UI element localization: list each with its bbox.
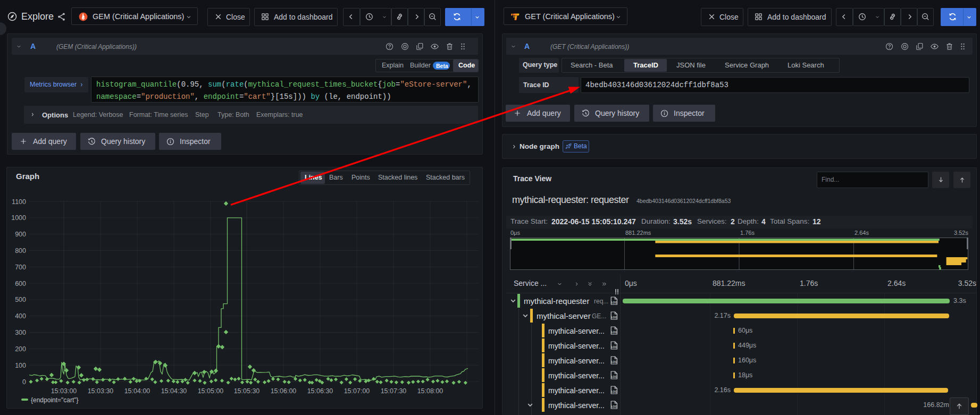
svg-text:400: 400: [15, 312, 26, 320]
svg-text:15:07:00: 15:07:00: [344, 387, 370, 395]
svg-text:800: 800: [15, 247, 26, 255]
svg-text:15:03:00: 15:03:00: [51, 387, 77, 395]
svg-text:15:06:00: 15:06:00: [271, 387, 297, 395]
svg-text:100: 100: [15, 362, 26, 369]
svg-text:LOG: LOG: [612, 360, 617, 363]
svg-text:15:06:30: 15:06:30: [307, 387, 333, 395]
svg-text:900: 900: [15, 231, 26, 238]
svg-text:15:04:00: 15:04:00: [124, 387, 150, 395]
svg-text:LOG: LOG: [612, 405, 617, 408]
svg-text:LOG: LOG: [612, 390, 617, 393]
svg-text:LOG: LOG: [612, 375, 617, 378]
svg-text:15:07:30: 15:07:30: [381, 387, 407, 395]
svg-text:LOG: LOG: [612, 316, 617, 319]
svg-text:LOG: LOG: [612, 301, 617, 304]
svg-text:1000: 1000: [11, 214, 26, 222]
svg-text:700: 700: [15, 264, 26, 271]
svg-text:200: 200: [15, 345, 26, 353]
svg-text:1100: 1100: [12, 198, 26, 206]
svg-text:LOG: LOG: [612, 331, 617, 334]
svg-text:15:08:00: 15:08:00: [417, 387, 443, 395]
svg-text:{endpoint="cart"}: {endpoint="cart"}: [31, 396, 79, 404]
svg-text:15:05:30: 15:05:30: [234, 387, 260, 395]
svg-text:500: 500: [15, 296, 26, 303]
svg-text:15:03:30: 15:03:30: [88, 387, 114, 395]
svg-text:15:04:30: 15:04:30: [161, 387, 187, 395]
svg-text:300: 300: [15, 329, 26, 336]
svg-text:600: 600: [15, 280, 26, 287]
svg-text:LOG: LOG: [612, 345, 617, 349]
svg-text:0: 0: [22, 378, 26, 386]
svg-text:15:05:00: 15:05:00: [198, 387, 224, 395]
